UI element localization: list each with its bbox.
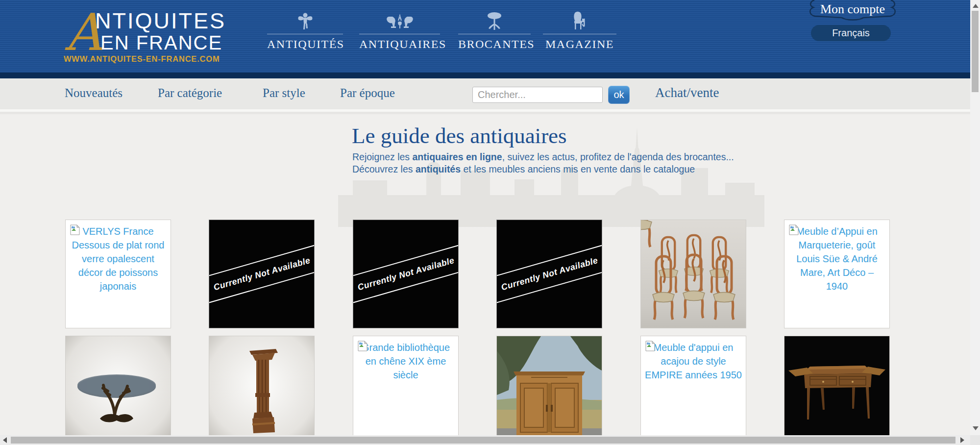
unavailable-banner: Currently Not Available (353, 239, 459, 308)
search-ok-button[interactable]: ok (608, 86, 630, 104)
furniture-pair-icon (359, 10, 440, 31)
horizontal-scrollbar[interactable] (0, 435, 970, 445)
broken-image-icon (357, 340, 368, 352)
broken-image-icon (644, 340, 656, 352)
nav-label-antiquites: ANTIQUITÉS (267, 38, 343, 51)
horizontal-scrollbar-thumb[interactable] (11, 437, 956, 444)
nav-item-antiquites[interactable]: ANTIQUITÉS (267, 10, 343, 51)
product-tile-unavailable[interactable]: Currently Not Available (496, 220, 602, 328)
broken-image-icon (788, 224, 800, 236)
logo-url: WWW.ANTIQUITES-EN-FRANCE.COM (64, 54, 220, 64)
logo-line2: EN FRANCE (100, 33, 222, 52)
product-tile-armoire-photo[interactable] (496, 336, 602, 445)
search-input[interactable] (472, 87, 603, 103)
nav-divider (543, 34, 616, 34)
product-tile-glass-table-photo[interactable] (65, 336, 171, 445)
unavailable-banner: Currently Not Available (209, 239, 315, 308)
site-logo[interactable]: A NTIQUITES EN FRANCE WWW.ANTIQUITES-EN-… (54, 0, 230, 73)
nav-item-magazine[interactable]: MAGAZINE (543, 10, 616, 51)
nav-label-brocantes: BROCANTES (458, 38, 531, 51)
intro-line-1: Rejoignez les antiquaires en ligne, suiv… (352, 151, 734, 163)
nav-label-magazine: MAGAZINE (543, 38, 616, 51)
secondary-nav: Nouveautés Par catégorie Par style Par é… (0, 78, 970, 112)
subnav-par-epoque[interactable]: Par époque (340, 86, 395, 100)
scroll-right-arrow-icon[interactable] (960, 437, 964, 443)
unavailable-banner: Currently Not Available (496, 239, 602, 308)
subnav-par-style[interactable]: Par style (263, 86, 305, 100)
armchair-icon (543, 10, 616, 31)
broken-image-icon (69, 224, 81, 236)
nav-divider (359, 34, 440, 34)
logo-line1: NTIQUITES (95, 10, 226, 32)
nav-divider (267, 34, 343, 34)
nav-item-antiquaires[interactable]: ANTIQUAIRES (359, 10, 440, 51)
image-alt-text: Grande bibliothèque en chêne XIX ème siè… (357, 340, 454, 382)
vertical-scrollbar[interactable] (970, 0, 980, 435)
image-alt-text: Meuble d'appui en acajou de style EMPIRE… (645, 340, 742, 382)
product-tile-missing-image[interactable]: Meuble d'appui en acajou de style EMPIRE… (640, 336, 746, 445)
scroll-up-arrow-icon[interactable] (973, 4, 979, 8)
scroll-left-arrow-icon[interactable] (3, 437, 7, 443)
subnav-achat-vente[interactable]: Achat/vente (655, 85, 719, 100)
product-tile-missing-image[interactable]: VERLYS France Dessous de plat rond verre… (65, 220, 171, 328)
image-alt-text: VERLYS France Dessous de plat rond verre… (70, 223, 167, 293)
header-bottom-strip (0, 73, 970, 78)
image-alt-text: Meuble d’Appui en Marqueterie, goût Loui… (788, 223, 885, 293)
cherub-icon (267, 10, 343, 31)
main-content: Le guide des antiquaires Rejoignez les a… (0, 114, 970, 435)
product-tile-unavailable[interactable]: Currently Not Available (353, 220, 459, 328)
product-tile-chairs-photo[interactable] (640, 220, 746, 328)
scroll-down-arrow-icon[interactable] (973, 426, 979, 430)
subnav-par-categorie[interactable]: Par catégorie (158, 86, 222, 100)
intro-line-2: Découvrez les antiquités et les meubles … (352, 164, 695, 175)
nav-divider (458, 34, 531, 34)
account-label: Mon compte (808, 2, 898, 17)
nav-label-antiquaires: ANTIQUAIRES (359, 38, 440, 51)
page-title: Le guide des antiquaires (352, 123, 567, 148)
page: A NTIQUITES EN FRANCE WWW.ANTIQUITES-EN-… (0, 0, 980, 445)
product-tile-unavailable[interactable]: Currently Not Available (209, 220, 315, 328)
subnav-nouveautes[interactable]: Nouveautés (65, 86, 122, 100)
main-header: A NTIQUITES EN FRANCE WWW.ANTIQUITES-EN-… (0, 0, 970, 73)
nav-item-brocantes[interactable]: BROCANTES (458, 10, 531, 51)
vertical-scrollbar-thumb[interactable] (972, 11, 979, 92)
account-button[interactable]: Mon compte (808, 0, 898, 23)
product-tile-missing-image[interactable]: Grande bibliothèque en chêne XIX ème siè… (353, 336, 459, 445)
product-tile-missing-image[interactable]: Meuble d’Appui en Marqueterie, goût Loui… (784, 220, 890, 328)
language-button[interactable]: Français (811, 25, 891, 41)
product-tile-pedestal-photo[interactable] (209, 336, 315, 445)
scrollbar-corner (970, 435, 980, 445)
pedestal-table-icon (458, 10, 531, 31)
product-tile-desk-photo[interactable] (784, 336, 890, 445)
